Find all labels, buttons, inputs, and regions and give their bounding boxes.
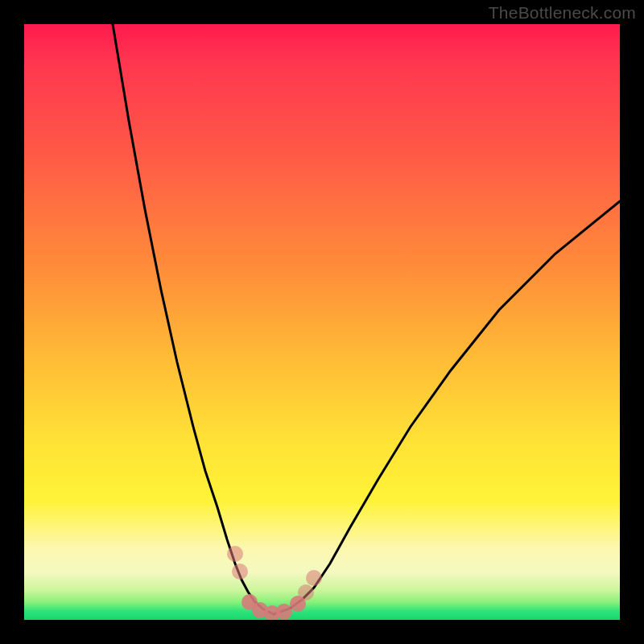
marker-dot xyxy=(227,546,243,562)
watermark-text: TheBottleneck.com xyxy=(489,3,636,23)
bottom-markers xyxy=(227,546,322,620)
plot-area xyxy=(24,24,620,620)
marker-dot xyxy=(306,570,322,586)
left-curve xyxy=(113,24,274,614)
marker-dot xyxy=(232,564,248,580)
right-curve xyxy=(274,201,620,614)
chart-frame: TheBottleneck.com xyxy=(0,0,644,644)
curve-layer xyxy=(24,24,620,620)
marker-dot xyxy=(276,604,292,620)
marker-dot xyxy=(298,584,314,601)
